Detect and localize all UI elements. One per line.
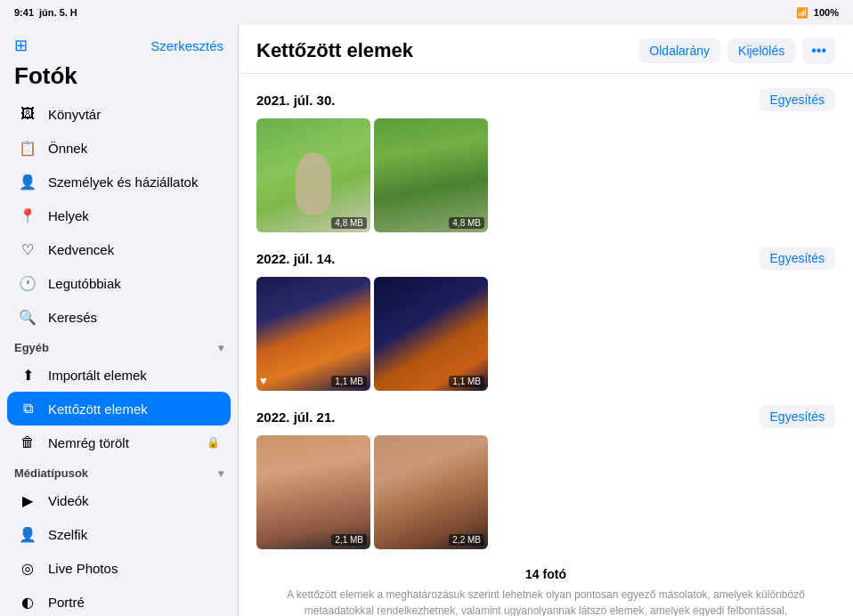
oldalarany-button[interactable]: Oldalarány xyxy=(638,38,720,63)
sidebar-toggle-icon: ⊞ xyxy=(14,36,28,54)
sidebar-edit-button[interactable]: Szerkesztés xyxy=(150,38,223,53)
section-egyeb-label: Egyéb xyxy=(14,341,49,354)
scroll-area[interactable]: 2021. júl. 30. Egyesítés 4,8 MB 4,8 MB 2… xyxy=(239,74,853,616)
photo-size-4: 1,1 MB xyxy=(449,376,484,387)
app-container: ⊞ Szerkesztés Fotók 🖼 Könyvtár 📋 Önnek 👤… xyxy=(0,25,853,616)
sidebar: ⊞ Szerkesztés Fotók 🖼 Könyvtár 📋 Önnek 👤… xyxy=(0,25,239,616)
kijeloles-button[interactable]: Kijelölés xyxy=(727,38,795,63)
status-time: 9:41 xyxy=(14,7,34,18)
portrait-icon: ◐ xyxy=(18,592,37,612)
heart-icon: ♥ xyxy=(260,374,267,387)
sidebar-item-duplicates[interactable]: ⧉ Kettőzött elemek xyxy=(7,392,231,426)
photo-item-4[interactable]: 1,1 MB xyxy=(374,277,488,391)
sidebar-edit-label: Szerkesztés xyxy=(150,38,223,53)
date-header-1: 2021. júl. 30. Egyesítés xyxy=(256,88,835,111)
sidebar-item-search[interactable]: 🔍 Keresés xyxy=(7,300,231,334)
footer-count: 14 fotó xyxy=(274,567,817,581)
sidebar-item-favorites[interactable]: ♡ Kedvencek xyxy=(7,232,231,266)
photo-item-5[interactable]: 2,1 MB xyxy=(256,435,370,549)
date-group-2: 2022. júl. 14. Egyesítés ♥ 1,1 MB 1,1 MB xyxy=(256,247,835,391)
section-mediatypusok-label: Médiatípusok xyxy=(14,466,88,480)
chevron-mediatypusok-icon: ▾ xyxy=(218,467,223,480)
lock-icon: 🔒 xyxy=(207,436,220,449)
imported-icon: ⬆ xyxy=(18,365,37,385)
sidebar-item-label-selfies: Szelfik xyxy=(48,527,220,542)
status-date: jún. 5. H xyxy=(39,7,77,18)
sidebar-item-imported[interactable]: ⬆ Importált elemek xyxy=(7,358,231,392)
sidebar-toggle-button[interactable]: ⊞ xyxy=(14,36,28,55)
photo-size-2: 4,8 MB xyxy=(449,217,484,229)
status-time-area: 9:41 jún. 5. H xyxy=(14,7,77,18)
more-button[interactable]: ••• xyxy=(802,37,835,64)
photo-grid-1: 4,8 MB 4,8 MB xyxy=(256,118,835,232)
photo-item-6[interactable]: 2,2 MB xyxy=(374,435,488,549)
section-egyeb: Egyéb ▾ xyxy=(0,334,238,358)
favorites-icon: ♡ xyxy=(18,239,37,259)
header-actions: Oldalarány Kijelölés ••• xyxy=(638,37,835,64)
footer-description: A kettőzött elemek a meghatározásuk szer… xyxy=(274,587,817,616)
recentlydeleted-icon: 🗑 xyxy=(18,433,37,452)
sidebar-item-label-people: Személyek és háziállatok xyxy=(48,174,220,190)
sidebar-item-places[interactable]: 📍 Helyek xyxy=(7,199,231,232)
chevron-egyeb-icon: ▾ xyxy=(218,342,223,354)
photo-size-1: 4,8 MB xyxy=(331,217,367,229)
sidebar-item-people[interactable]: 👤 Személyek és háziállatok xyxy=(7,165,231,199)
sidebar-item-foryou[interactable]: 📋 Önnek xyxy=(7,131,231,165)
photo-size-3: 1,1 MB xyxy=(331,376,367,387)
date-label-1: 2021. júl. 30. xyxy=(256,93,335,108)
main-content: Kettőzött elemek Oldalarány Kijelölés ••… xyxy=(239,25,853,616)
sidebar-item-recent[interactable]: 🕐 Legutóbbiak xyxy=(7,266,231,300)
duplicates-icon: ⧉ xyxy=(18,399,37,418)
main-header: Kettőzött elemek Oldalarány Kijelölés ••… xyxy=(239,25,853,74)
library-icon: 🖼 xyxy=(18,104,37,124)
people-icon: 👤 xyxy=(18,172,37,191)
sidebar-item-videos[interactable]: ▶ Videók xyxy=(7,483,231,517)
date-header-2: 2022. júl. 14. Egyesítés xyxy=(256,247,835,270)
search-icon: 🔍 xyxy=(18,307,37,327)
photo-item-3[interactable]: ♥ 1,1 MB xyxy=(256,277,370,391)
date-label-3: 2022. júl. 21. xyxy=(256,409,335,425)
photo-item-1[interactable]: 4,8 MB xyxy=(256,118,370,232)
sidebar-item-label-portrait: Portré xyxy=(48,595,220,610)
merge-button-1[interactable]: Egyesítés xyxy=(760,88,835,111)
sidebar-item-label-duplicates: Kettőzött elemek xyxy=(48,401,220,417)
sidebar-item-label-search: Keresés xyxy=(48,310,220,325)
page-title: Kettőzött elemek xyxy=(256,39,413,62)
status-bar: 9:41 jún. 5. H 📶 100% xyxy=(0,0,853,25)
section-mediatypusok: Médiatípusok ▾ xyxy=(0,459,238,483)
videos-icon: ▶ xyxy=(18,490,37,510)
recent-icon: 🕐 xyxy=(18,273,37,293)
date-label-2: 2022. júl. 14. xyxy=(256,251,335,266)
merge-button-3[interactable]: Egyesítés xyxy=(760,405,835,428)
merge-button-2[interactable]: Egyesítés xyxy=(760,247,835,270)
livephotos-icon: ◎ xyxy=(18,558,37,578)
sidebar-item-label-imported: Importált elemek xyxy=(48,368,220,383)
places-icon: 📍 xyxy=(18,206,37,225)
sidebar-item-label-videos: Videók xyxy=(48,493,220,508)
sidebar-item-label-places: Helyek xyxy=(48,208,220,223)
foryou-icon: 📋 xyxy=(18,138,37,158)
date-group-1: 2021. júl. 30. Egyesítés 4,8 MB 4,8 MB xyxy=(256,88,835,232)
sidebar-item-label-recentlydeleted: Nemrég törölt xyxy=(48,435,196,450)
sidebar-item-label-favorites: Kedvencek xyxy=(48,242,220,257)
sidebar-item-label-livephotos: Live Photos xyxy=(48,561,220,576)
photo-grid-3: 2,1 MB 2,2 MB xyxy=(256,435,835,549)
sidebar-item-livephotos[interactable]: ◎ Live Photos xyxy=(7,551,231,585)
sidebar-item-recentlydeleted[interactable]: 🗑 Nemrég törölt 🔒 xyxy=(7,426,231,459)
wifi-icon: 📶 xyxy=(796,7,808,19)
sidebar-item-library[interactable]: 🖼 Könyvtár xyxy=(7,97,231,131)
battery-label: 100% xyxy=(814,7,839,18)
date-group-3: 2022. júl. 21. Egyesítés 2,1 MB 2,2 MB xyxy=(256,405,835,549)
sidebar-item-selfies[interactable]: 👤 Szelfik xyxy=(7,517,231,551)
sidebar-item-portrait[interactable]: ◐ Portré xyxy=(7,585,231,616)
sidebar-item-label-recent: Legutóbbiak xyxy=(48,276,220,291)
sidebar-item-label-library: Könyvtár xyxy=(48,107,220,122)
status-icons: 📶 100% xyxy=(796,7,839,19)
photo-item-2[interactable]: 4,8 MB xyxy=(374,118,488,232)
sidebar-item-label-foryou: Önnek xyxy=(48,141,220,156)
selfies-icon: 👤 xyxy=(18,524,37,544)
photo-grid-2: ♥ 1,1 MB 1,1 MB xyxy=(256,277,835,391)
sidebar-title: Fotók xyxy=(0,59,238,97)
photo-size-5: 2,1 MB xyxy=(331,534,367,546)
photo-size-6: 2,2 MB xyxy=(449,534,484,546)
